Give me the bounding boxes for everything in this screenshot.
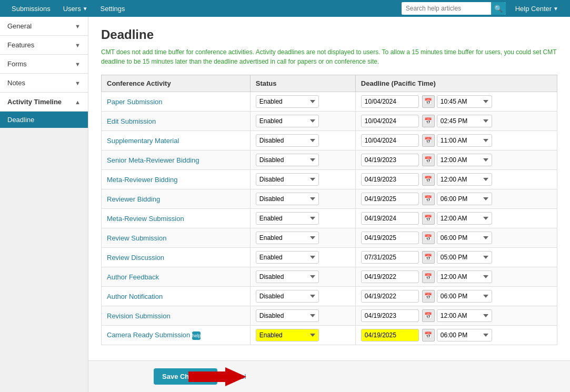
status-select[interactable]: EnabledDisabled bbox=[256, 251, 319, 264]
red-arrow-icon bbox=[188, 367, 246, 386]
activity-link[interactable]: Meta-Reviewer Bidding bbox=[107, 176, 177, 184]
calendar-icon[interactable]: 📅 bbox=[422, 212, 435, 225]
search-input[interactable] bbox=[402, 2, 491, 15]
status-select[interactable]: EnabledDisabled bbox=[256, 212, 319, 225]
calendar-icon[interactable]: 📅 bbox=[422, 115, 435, 127]
activity-link[interactable]: Reviewer Bidding bbox=[107, 195, 160, 203]
status-select[interactable]: EnabledDisabled bbox=[256, 232, 319, 244]
status-select[interactable]: EnabledDisabled bbox=[256, 270, 319, 283]
time-select[interactable]: 12:00 AM01:00 AM02:00 AM03:00 AM04:00 AM… bbox=[437, 212, 492, 225]
sidebar-item-activity-timeline[interactable]: Activity Timeline ▲ bbox=[0, 93, 88, 112]
activity-link[interactable]: Author Feedback bbox=[107, 273, 159, 281]
date-input[interactable] bbox=[361, 193, 419, 205]
calendar-icon[interactable]: 📅 bbox=[422, 193, 435, 205]
activity-link[interactable]: Supplementary Material bbox=[107, 137, 179, 145]
activity-cell: Review Discussion bbox=[102, 248, 251, 267]
status-select[interactable]: EnabledDisabled bbox=[256, 173, 319, 186]
sidebar-deadline-label: Deadline bbox=[7, 116, 34, 124]
users-dropdown-icon: ▼ bbox=[83, 6, 88, 12]
nav-submissions[interactable]: Submissions bbox=[5, 0, 57, 17]
help-center-btn[interactable]: Help Center ▼ bbox=[509, 0, 565, 17]
deadline-cell: 📅12:00 AM01:00 AM02:00 AM03:00 AM04:00 A… bbox=[355, 287, 557, 306]
status-cell: EnabledDisabled bbox=[250, 189, 355, 209]
content-wrapper: Deadline CMT does not add time buffer fo… bbox=[88, 17, 570, 392]
date-input[interactable] bbox=[361, 95, 419, 108]
calendar-icon[interactable]: 📅 bbox=[422, 270, 435, 283]
activity-link[interactable]: Author Notification bbox=[107, 293, 163, 300]
activity-link[interactable]: Review Discussion bbox=[107, 254, 164, 262]
status-cell: EnabledDisabled bbox=[250, 112, 355, 131]
status-select[interactable]: EnabledDisabled bbox=[256, 193, 319, 205]
status-select[interactable]: EnabledDisabled bbox=[256, 95, 319, 108]
date-input[interactable] bbox=[361, 134, 419, 147]
deadline-cell: 📅12:00 AM01:00 AM02:00 AM03:00 AM04:00 A… bbox=[355, 131, 557, 150]
status-select[interactable]: EnabledDisabled bbox=[256, 154, 319, 166]
calendar-icon[interactable]: 📅 bbox=[422, 134, 435, 147]
status-select[interactable]: EnabledDisabled bbox=[256, 290, 319, 303]
table-row: Meta-Review SubmissionEnabledDisabled📅12… bbox=[102, 209, 557, 228]
calendar-icon[interactable]: 📅 bbox=[422, 290, 435, 303]
time-select[interactable]: 12:00 AM01:00 AM02:00 AM03:00 AM04:00 AM… bbox=[437, 251, 492, 264]
time-select[interactable]: 12:00 AM01:00 AM02:00 AM03:00 AM04:00 AM… bbox=[437, 115, 492, 127]
date-input[interactable] bbox=[361, 329, 419, 341]
date-input[interactable] bbox=[361, 232, 419, 244]
main-layout: General ▼ Features ▼ Forms ▼ Notes ▼ Act… bbox=[0, 17, 570, 392]
date-input[interactable] bbox=[361, 270, 419, 283]
chevron-up-icon: ▲ bbox=[75, 99, 81, 105]
nav-users[interactable]: Users ▼ bbox=[57, 0, 94, 17]
date-input[interactable] bbox=[361, 154, 419, 166]
status-select[interactable]: EnabledDisabled bbox=[256, 134, 319, 147]
sidebar-general-label: General bbox=[7, 22, 32, 30]
time-select[interactable]: 12:00 AM01:00 AM02:00 AM03:00 AM04:00 AM… bbox=[437, 173, 492, 186]
date-input[interactable] bbox=[361, 251, 419, 264]
status-select[interactable]: EnabledDisabled bbox=[256, 115, 319, 127]
time-select[interactable]: 12:00 AM01:00 AM02:00 AM03:00 AM04:00 AM… bbox=[437, 309, 492, 322]
calendar-icon[interactable]: 📅 bbox=[422, 309, 435, 322]
date-input[interactable] bbox=[361, 115, 419, 127]
activity-link[interactable]: Senior Meta-Reviewer Bidding bbox=[107, 156, 199, 164]
sidebar-item-features[interactable]: Features ▼ bbox=[0, 36, 88, 55]
sidebar: General ▼ Features ▼ Forms ▼ Notes ▼ Act… bbox=[0, 17, 88, 392]
time-select[interactable]: 12:00 AM01:00 AM02:00 AM03:00 AM04:00 AM… bbox=[437, 290, 492, 303]
time-select[interactable]: 12:00 AM01:00 AM02:00 AM03:00 AM04:00 AM… bbox=[437, 134, 492, 147]
time-select[interactable]: 12:00 AM01:00 AM02:00 AM03:00 AM04:00 AM… bbox=[437, 232, 492, 244]
activity-link[interactable]: Meta-Review Submission bbox=[107, 215, 184, 223]
activity-cell: Edit Submission bbox=[102, 112, 251, 131]
deadline-cell: 📅12:00 AM01:00 AM02:00 AM03:00 AM04:00 A… bbox=[355, 228, 557, 248]
sidebar-sub-item-deadline[interactable]: Deadline bbox=[0, 112, 88, 128]
calendar-icon[interactable]: 📅 bbox=[422, 95, 435, 108]
table-row: Paper SubmissionEnabledDisabled📅12:00 AM… bbox=[102, 92, 557, 112]
activity-link[interactable]: Revision Submission bbox=[107, 312, 171, 320]
activity-link[interactable]: Paper Submission bbox=[107, 98, 163, 106]
calendar-icon[interactable]: 📅 bbox=[422, 154, 435, 166]
calendar-icon[interactable]: 📅 bbox=[422, 173, 435, 186]
time-select[interactable]: 12:00 AM01:00 AM02:00 AM03:00 AM04:00 AM… bbox=[437, 154, 492, 166]
activity-link[interactable]: Edit Submission bbox=[107, 117, 156, 125]
sidebar-item-forms[interactable]: Forms ▼ bbox=[0, 55, 88, 74]
main-content: Deadline CMT does not add time buffer fo… bbox=[88, 17, 570, 360]
status-select[interactable]: EnabledDisabled bbox=[256, 329, 319, 341]
time-select[interactable]: 12:00 AM01:00 AM02:00 AM03:00 AM04:00 AM… bbox=[437, 193, 492, 205]
table-row: Author NotificationEnabledDisabled📅12:00… bbox=[102, 287, 557, 306]
time-select[interactable]: 12:00 AM01:00 AM02:00 AM03:00 AM04:00 AM… bbox=[437, 95, 492, 108]
search-button[interactable]: 🔍 bbox=[491, 2, 506, 15]
activity-link[interactable]: Camera Ready Submission bbox=[107, 331, 190, 339]
time-select[interactable]: 12:00 AM01:00 AM02:00 AM03:00 AM04:00 AM… bbox=[437, 270, 492, 283]
date-input[interactable] bbox=[361, 173, 419, 186]
status-select[interactable]: EnabledDisabled bbox=[256, 309, 319, 322]
date-input[interactable] bbox=[361, 290, 419, 303]
calendar-icon[interactable]: 📅 bbox=[422, 329, 435, 341]
help-badge[interactable]: help bbox=[192, 331, 201, 340]
activity-link[interactable]: Review Submission bbox=[107, 234, 166, 242]
info-text: CMT does not add time buffer for confere… bbox=[101, 47, 557, 66]
calendar-icon[interactable]: 📅 bbox=[422, 251, 435, 264]
svg-marker-0 bbox=[188, 367, 246, 386]
date-input[interactable] bbox=[361, 212, 419, 225]
sidebar-item-general[interactable]: General ▼ bbox=[0, 17, 88, 36]
chevron-down-icon: ▼ bbox=[75, 42, 81, 48]
date-input[interactable] bbox=[361, 309, 419, 322]
sidebar-item-notes[interactable]: Notes ▼ bbox=[0, 74, 88, 93]
calendar-icon[interactable]: 📅 bbox=[422, 232, 435, 244]
nav-settings[interactable]: Settings bbox=[94, 0, 132, 17]
time-select[interactable]: 12:00 AM01:00 AM02:00 AM03:00 AM04:00 AM… bbox=[437, 329, 492, 341]
